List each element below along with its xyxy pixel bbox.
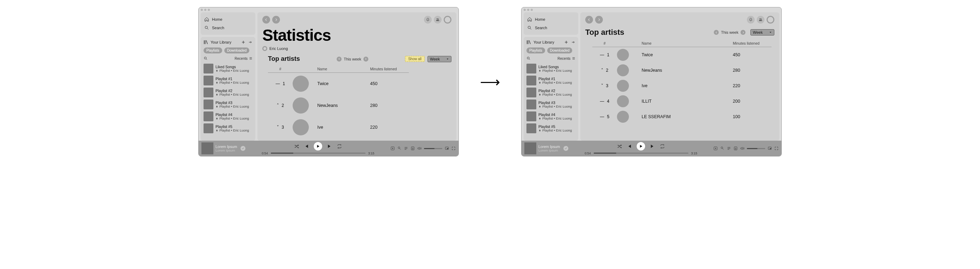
library-search-button[interactable]: [204, 56, 208, 60]
profile-button[interactable]: [444, 16, 452, 24]
list-item[interactable]: Playlist #1Playlist • Eric Luong: [203, 74, 253, 87]
table-row[interactable]: —5LE SSERAFIM100: [592, 109, 772, 125]
history-forward-button[interactable]: [595, 16, 603, 24]
traffic-light-max[interactable]: [208, 9, 210, 11]
now-playing-artist[interactable]: Lorem Ipsum: [538, 149, 560, 153]
miniplayer-button[interactable]: [445, 146, 449, 150]
table-row[interactable]: —1Twice450: [268, 73, 409, 95]
library-add-button[interactable]: [241, 40, 245, 44]
prev-track-button[interactable]: [304, 144, 309, 149]
table-row[interactable]: ˄2NewJeans280: [592, 63, 772, 78]
chip-playlists[interactable]: Playlists: [204, 47, 222, 54]
traffic-light-min[interactable]: [204, 9, 206, 11]
period-dropdown[interactable]: Week: [428, 56, 452, 62]
add-to-liked-button[interactable]: [240, 146, 245, 151]
history-back-button[interactable]: [262, 16, 270, 24]
lyrics-button[interactable]: [720, 146, 724, 150]
list-item[interactable]: Playlist #5Playlist • Eric Luong: [526, 122, 576, 134]
library-expand-button[interactable]: [571, 40, 575, 44]
miniplayer-button[interactable]: [768, 146, 772, 150]
progress-bar[interactable]: 0:54 3:15: [262, 152, 374, 155]
show-all-button[interactable]: Show all: [405, 56, 425, 62]
profile-button[interactable]: [767, 16, 774, 24]
notifications-button[interactable]: [747, 16, 755, 24]
progress-track[interactable]: [594, 153, 689, 153]
traffic-light-max[interactable]: [531, 9, 533, 11]
devices-button[interactable]: [410, 146, 415, 150]
add-to-liked-button[interactable]: [563, 146, 568, 151]
table-row[interactable]: ˅3Ive220: [268, 116, 409, 138]
history-forward-button[interactable]: [272, 16, 280, 24]
now-playing-title[interactable]: Lorem Ipsum: [538, 144, 560, 149]
progress-bar[interactable]: 0:543:15: [585, 152, 697, 155]
volume-slider[interactable]: [747, 148, 765, 149]
list-item[interactable]: Playlist #3Playlist • Eric Luong: [203, 98, 253, 111]
now-playing-title[interactable]: Lorem Ipsum: [215, 144, 237, 149]
library-add-button[interactable]: [564, 40, 568, 44]
library-expand-button[interactable]: [248, 40, 253, 44]
shuffle-button[interactable]: [294, 144, 299, 149]
play-button[interactable]: [314, 142, 322, 150]
chip-playlists[interactable]: Playlists: [527, 47, 545, 54]
nav-search[interactable]: Search: [204, 24, 253, 32]
list-item[interactable]: Liked SongsPlaylist • Eric Luong: [526, 63, 576, 74]
play-button[interactable]: [637, 142, 645, 150]
fullscreen-button[interactable]: [774, 146, 779, 150]
chip-downloaded[interactable]: Downloaded: [547, 47, 573, 54]
table-row[interactable]: ˅3Ive220: [592, 78, 772, 93]
library-header[interactable]: Your Library: [204, 40, 231, 45]
queue-button[interactable]: [727, 146, 731, 150]
prev-track-button[interactable]: [627, 144, 632, 149]
nav-home[interactable]: Home: [527, 15, 575, 24]
now-playing-thumb[interactable]: [201, 142, 213, 154]
volume-slider[interactable]: [424, 148, 442, 149]
shuffle-button[interactable]: [617, 144, 622, 149]
volume-button[interactable]: [740, 146, 745, 150]
list-item[interactable]: Playlist #2Playlist • Eric Luong: [203, 87, 253, 98]
nav-home[interactable]: Home: [204, 15, 253, 24]
table-row[interactable]: —4ILLIT200: [592, 93, 772, 109]
list-item[interactable]: Playlist #4Playlist • Eric Luong: [526, 111, 576, 122]
week-prev-button[interactable]: [714, 30, 719, 35]
list-item[interactable]: Playlist #3Playlist • Eric Luong: [526, 98, 576, 111]
week-next-button[interactable]: [363, 57, 368, 62]
friends-button[interactable]: [757, 16, 765, 24]
week-prev-button[interactable]: [337, 57, 342, 62]
period-dropdown[interactable]: Week: [750, 29, 774, 35]
volume-button[interactable]: [417, 146, 422, 150]
friends-button[interactable]: [434, 16, 442, 24]
history-back-button[interactable]: [585, 16, 593, 24]
now-playing-artist[interactable]: Lorem Ipsum: [215, 149, 237, 153]
library-search-button[interactable]: [527, 56, 531, 60]
table-row[interactable]: ˄2NewJeans280: [268, 95, 409, 116]
repeat-button[interactable]: [660, 144, 665, 149]
table-row[interactable]: —1Twice450: [592, 47, 772, 63]
chip-downloaded[interactable]: Downloaded: [224, 47, 250, 54]
notifications-button[interactable]: [424, 16, 432, 24]
library-sort-button[interactable]: Recents: [557, 57, 575, 60]
queue-button[interactable]: [404, 146, 408, 150]
devices-button[interactable]: [733, 146, 738, 150]
list-item[interactable]: Playlist #4Playlist • Eric Luong: [203, 111, 253, 122]
fullscreen-button[interactable]: [452, 146, 456, 150]
traffic-light-min[interactable]: [527, 9, 529, 11]
now-playing-view-button[interactable]: [391, 146, 395, 150]
list-item[interactable]: Playlist #1Playlist • Eric Luong: [526, 74, 576, 87]
list-item[interactable]: Playlist #2Playlist • Eric Luong: [526, 87, 576, 98]
repeat-button[interactable]: [337, 144, 342, 149]
progress-track[interactable]: [271, 153, 366, 153]
list-item[interactable]: Liked SongsPlaylist • Eric Luong: [203, 63, 253, 74]
week-next-button[interactable]: [741, 30, 746, 35]
lyrics-button[interactable]: [397, 146, 401, 150]
traffic-light-close[interactable]: [201, 9, 203, 11]
next-track-button[interactable]: [650, 144, 655, 149]
page-author[interactable]: Eric Luong: [262, 46, 452, 51]
nav-search[interactable]: Search: [527, 24, 575, 32]
next-track-button[interactable]: [327, 144, 332, 149]
list-item[interactable]: Playlist #5Playlist • Eric Luong: [203, 122, 253, 134]
library-sort-button[interactable]: Recents: [234, 57, 253, 60]
now-playing-thumb[interactable]: [524, 142, 536, 154]
library-header[interactable]: Your Library: [527, 40, 554, 45]
now-playing-view-button[interactable]: [713, 146, 718, 150]
traffic-light-close[interactable]: [523, 9, 526, 11]
